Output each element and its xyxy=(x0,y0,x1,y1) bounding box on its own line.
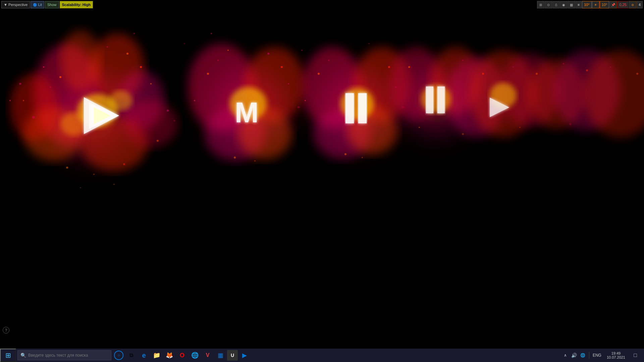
svg-rect-56 xyxy=(345,93,354,123)
svg-point-41 xyxy=(217,60,219,61)
svg-point-25 xyxy=(66,167,68,169)
realtime-button[interactable]: ⊙ xyxy=(545,1,552,8)
svg-point-40 xyxy=(207,73,209,75)
svg-point-12 xyxy=(109,90,132,111)
layers-button[interactable]: ⊕ xyxy=(629,1,636,8)
svg-point-49 xyxy=(267,53,269,55)
lighting-button[interactable]: ☀ xyxy=(592,1,599,8)
svg-point-89 xyxy=(419,127,420,128)
svg-point-11 xyxy=(60,112,87,136)
movie-maker-icon[interactable]: ▶ xyxy=(238,349,251,361)
svg-point-84 xyxy=(536,73,538,75)
svg-point-44 xyxy=(234,157,236,159)
svg-point-94 xyxy=(184,43,185,44)
scale-10b-button[interactable]: 10° xyxy=(600,1,609,8)
windows-icon: ⊞ xyxy=(5,351,11,359)
unreal-viewport[interactable]: M xyxy=(0,0,644,349)
opera-icon[interactable]: O xyxy=(176,349,188,361)
vr-button[interactable]: ◉ xyxy=(560,1,568,8)
search-bar[interactable]: 🔍 xyxy=(17,350,111,360)
scale-10-button[interactable]: 10° xyxy=(582,1,592,8)
svg-point-90 xyxy=(462,133,464,135)
svg-point-16 xyxy=(59,76,61,78)
svg-point-7 xyxy=(10,74,57,141)
svg-point-45 xyxy=(254,160,256,162)
fire-scene: M xyxy=(0,0,644,349)
scene-stats-button[interactable]: ⊞ xyxy=(537,1,544,8)
svg-rect-77 xyxy=(426,86,433,113)
show-button[interactable]: Show xyxy=(45,1,59,8)
svg-point-86 xyxy=(586,69,588,71)
svg-point-95 xyxy=(211,33,212,34)
svg-point-28 xyxy=(43,66,44,68)
unreal-engine-icon[interactable]: U xyxy=(227,350,238,361)
file-explorer-icon[interactable]: 📁 xyxy=(151,349,163,361)
svg-point-96 xyxy=(301,50,303,51)
svg-rect-57 xyxy=(358,93,367,123)
chrome-icon[interactable]: 🌐 xyxy=(189,349,201,361)
cortana-button[interactable]: ○ xyxy=(114,351,123,360)
svg-point-99 xyxy=(80,187,81,188)
stat-button[interactable]: ≡ xyxy=(576,1,582,8)
network-icon[interactable]: 🌐 xyxy=(579,351,587,359)
pin-button[interactable]: 📌 xyxy=(609,1,617,8)
svg-point-91 xyxy=(519,127,521,128)
svg-text:▶: ▶ xyxy=(490,93,509,119)
grid-settings-button[interactable]: ▦ xyxy=(568,1,575,8)
svg-point-88 xyxy=(636,73,638,75)
firefox-icon[interactable]: 🦊 xyxy=(163,349,175,361)
start-button[interactable]: ⊞ xyxy=(0,349,16,362)
clock[interactable]: 19:49 10.07.2021 xyxy=(604,351,628,359)
value-button[interactable]: 0,25 xyxy=(617,1,628,8)
svg-point-93 xyxy=(133,33,135,34)
clock-time: 19:49 xyxy=(611,351,621,355)
svg-point-58 xyxy=(318,73,320,75)
svg-point-30 xyxy=(9,100,11,101)
lit-button[interactable]: 🔵 Lit xyxy=(31,1,44,8)
svg-point-87 xyxy=(610,66,611,68)
svg-point-32 xyxy=(174,120,175,121)
capture-button[interactable]: ⎙ xyxy=(552,1,560,8)
speaker-icon[interactable]: 🔊 xyxy=(570,351,578,359)
clock-date: 10.07.2021 xyxy=(607,355,625,359)
svg-point-97 xyxy=(368,43,370,44)
svg-point-43 xyxy=(288,83,289,84)
svg-point-63 xyxy=(362,157,363,158)
svg-point-83 xyxy=(513,66,514,68)
lit-icon: 🔵 xyxy=(33,3,37,7)
svg-point-48 xyxy=(227,50,229,51)
lit-label: Lit xyxy=(38,3,42,7)
svg-point-80 xyxy=(408,66,410,68)
scalability-button[interactable]: Scalability: High xyxy=(60,1,93,8)
search-icon: 🔍 xyxy=(20,353,26,358)
svg-point-81 xyxy=(462,60,464,61)
svg-point-82 xyxy=(482,73,484,75)
svg-point-20 xyxy=(32,116,35,119)
show-label: Show xyxy=(47,3,57,7)
notification-button[interactable]: □ xyxy=(629,349,641,361)
svg-point-23 xyxy=(126,53,128,55)
right-toolbar: ⊞ ⊙ ⎙ ◉ ▦ ≡ 10° ☀ 10° 📌 0,25 ⊕ 4 xyxy=(536,0,644,9)
svg-point-29 xyxy=(19,83,21,85)
svg-point-59 xyxy=(328,60,329,61)
perspective-chevron: ▼ xyxy=(4,3,7,7)
show-hidden-icons-button[interactable]: ∧ xyxy=(561,351,570,359)
task-view-button[interactable]: ⧉ xyxy=(125,349,137,361)
calculator-icon[interactable]: ▦ xyxy=(214,349,226,361)
language-button[interactable]: ENG xyxy=(591,353,603,358)
svg-point-24 xyxy=(107,46,108,48)
svg-point-75 xyxy=(421,85,451,113)
scalability-label: Scalability: High xyxy=(62,3,91,7)
svg-point-17 xyxy=(50,86,51,88)
svg-rect-78 xyxy=(437,86,445,113)
search-input[interactable] xyxy=(28,353,102,358)
svg-point-46 xyxy=(194,100,195,101)
svg-point-98 xyxy=(113,184,115,185)
svg-point-85 xyxy=(563,63,564,64)
svg-point-9 xyxy=(124,101,178,147)
num4-button[interactable]: 4 xyxy=(637,1,643,8)
vivaldi-icon[interactable]: V xyxy=(202,349,214,361)
edge-icon[interactable]: e xyxy=(138,349,150,361)
help-button[interactable]: ? xyxy=(3,327,9,334)
perspective-button[interactable]: ▼ Perspective xyxy=(1,1,30,8)
